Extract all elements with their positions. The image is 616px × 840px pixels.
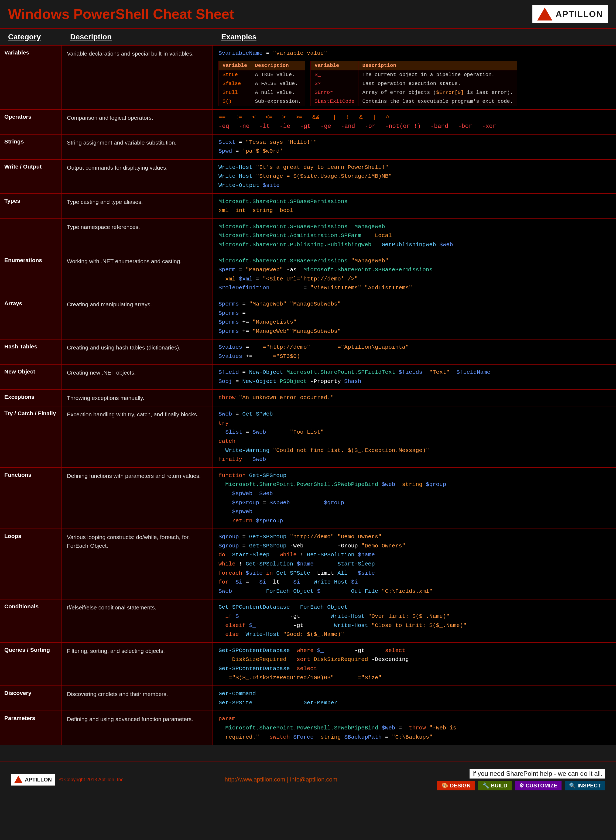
- logo-box: APTILLON: [532, 5, 608, 23]
- spacer: [0, 745, 616, 762]
- desc-params: Defining and using advanced function par…: [62, 711, 213, 745]
- footer-logo-text: APTILLON: [25, 777, 52, 783]
- desc-newobj: Creating new .NET objects.: [62, 365, 213, 389]
- page-title: Windows PowerShell Cheat Sheet: [8, 6, 234, 22]
- cat-variables: Variables: [0, 45, 62, 109]
- footer-copyright: © Copyright 2013 Aptillon, Inc.: [59, 777, 125, 783]
- desc-types2: Type namespace references.: [62, 219, 213, 253]
- col-description: Description: [70, 33, 221, 41]
- cat-enum: Enumerations: [0, 253, 62, 296]
- section-exceptions: Exceptions Throwing exceptions manually.…: [0, 390, 616, 407]
- footer: APTILLON © Copyright 2013 Aptillon, Inc.…: [0, 762, 616, 797]
- desc-loops: Various looping constructs: do/while, fo…: [62, 529, 213, 599]
- examples-variables: $variableName = "variable value" Variabl…: [213, 45, 616, 109]
- desc-getcommand: Discovering cmdlets and their members.: [62, 686, 213, 711]
- footer-center: http://www.aptillon.com | info@aptillon.…: [225, 776, 337, 783]
- examples-strings: $text = "Tessa says 'Hello!'" $pwd = 'pa…: [213, 135, 616, 159]
- section-conditionals: Conditionals If/elseif/else conditional …: [0, 600, 616, 643]
- footer-right: If you need SharePoint help - we can do …: [437, 769, 605, 790]
- examples-types2: Microsoft.SharePoint.SPBasePermissions M…: [213, 219, 616, 253]
- badge-inspect: 🔍 INSPECT: [565, 781, 605, 790]
- section-types1: Types Type casting and type aliases. Mic…: [0, 194, 616, 219]
- inspect-icon: 🔍: [569, 782, 576, 789]
- section-params: Parameters Defining and using advanced f…: [0, 711, 616, 745]
- examples-enum: Microsoft.SharePoint.SPBasePermissions "…: [213, 253, 616, 296]
- customize-icon: ⚙: [519, 782, 524, 789]
- desc-types1: Type casting and type aliases.: [62, 194, 213, 218]
- section-loops: Loops Various looping constructs: do/whi…: [0, 529, 616, 600]
- cat-hashtable: Hash Tables: [0, 340, 62, 364]
- section-types2: Type namespace references. Microsoft.Sha…: [0, 219, 616, 253]
- desc-trycatch: Exception handling with try, catch, and …: [62, 406, 213, 467]
- cat-arrays: Arrays: [0, 296, 62, 339]
- badge-customize-label: CUSTOMIZE: [526, 783, 557, 789]
- footer-tagline: If you need SharePoint help - we can do …: [469, 769, 605, 778]
- examples-operators: == != < <= > >= && || ! & | ^ -eq -ne -l…: [213, 110, 616, 134]
- examples-getcommand: Get-Command Get-SPSite Get-Member: [213, 686, 616, 711]
- footer-logo: APTILLON: [11, 774, 55, 786]
- column-headers: Category Description Examples: [0, 29, 616, 45]
- badge-inspect-label: INSPECT: [578, 783, 601, 789]
- desc-variables: Variable declarations and special built-…: [62, 45, 213, 109]
- examples-functions: function Get-SPGroup Microsoft.SharePoin…: [213, 468, 616, 529]
- cat-functions: Functions: [0, 468, 62, 529]
- var-table-2: VariableDescription $_The current object…: [311, 61, 517, 106]
- cat-exceptions: Exceptions: [0, 390, 62, 406]
- desc-enum: Working with .NET enumerations and casti…: [62, 253, 213, 296]
- cat-queries: Queries / Sorting: [0, 643, 62, 686]
- examples-conditionals: Get-SPContentDatabase ForEach-Object if …: [213, 600, 616, 642]
- section-trycatch: Try / Catch / Finally Exception handling…: [0, 406, 616, 468]
- build-icon: 🔧: [483, 782, 489, 789]
- cat-conditionals: Conditionals: [0, 600, 62, 642]
- examples-trycatch: $web = Get-SPWeb try $list = $web "Foo L…: [213, 406, 616, 467]
- section-hashtable: Hash Tables Creating and using hash tabl…: [0, 340, 616, 365]
- header: Windows PowerShell Cheat Sheet APTILLON: [0, 0, 616, 29]
- section-newobj: New Object Creating new .NET objects. $f…: [0, 365, 616, 390]
- section-queries: Queries / Sorting Filtering, sorting, an…: [0, 643, 616, 686]
- desc-write: Output commands for displaying values.: [62, 160, 213, 194]
- desc-functions: Defining functions with parameters and r…: [62, 468, 213, 529]
- desc-conditionals: If/elseif/else conditional statements.: [62, 600, 213, 642]
- section-arrays: Arrays Creating and manipulating arrays.…: [0, 296, 616, 340]
- examples-arrays: $perms = "ManageWeb" "ManageSubwebs" $pe…: [213, 296, 616, 339]
- section-strings: Strings String assignment and variable s…: [0, 135, 616, 160]
- desc-arrays: Creating and manipulating arrays.: [62, 296, 213, 339]
- cat-newobj: New Object: [0, 365, 62, 389]
- footer-logo-triangle-icon: [14, 776, 23, 783]
- cat-types2: [0, 219, 62, 253]
- desc-queries: Filtering, sorting, and selecting object…: [62, 643, 213, 686]
- footer-badges: 🎨 DESIGN 🔧 BUILD ⚙ CUSTOMIZE 🔍 INSPECT: [437, 781, 605, 790]
- col-category: Category: [8, 33, 70, 41]
- badge-customize: ⚙ CUSTOMIZE: [515, 781, 562, 790]
- badge-design: 🎨 DESIGN: [437, 781, 475, 790]
- footer-links: http://www.aptillon.com | info@aptillon.…: [225, 776, 337, 783]
- cat-strings: Strings: [0, 135, 62, 159]
- cat-operators: Operators: [0, 110, 62, 134]
- examples-loops: $group = Get-SPGroup "http://demo" "Demo…: [213, 529, 616, 599]
- section-enum: Enumerations Working with .NET enumerati…: [0, 253, 616, 296]
- examples-queries: Get-SPContentDatabase where $_ -gt selec…: [213, 643, 616, 686]
- cat-write: Write / Output: [0, 160, 62, 194]
- examples-params: param Microsoft.SharePoint.PowerShell.SP…: [213, 711, 616, 745]
- cat-trycatch: Try / Catch / Finally: [0, 406, 62, 467]
- cat-getcommand: Discovery: [0, 686, 62, 711]
- desc-exceptions: Throwing exceptions manually.: [62, 390, 213, 406]
- examples-hashtable: $values = ="http://demo" ="Aptillon\giap…: [213, 340, 616, 364]
- cat-types1: Types: [0, 194, 62, 218]
- logo-text: APTILLON: [556, 9, 603, 19]
- var-table-1: VariableDescription $trueA TRUE value. $…: [219, 61, 305, 106]
- logo-triangle-icon: [537, 7, 552, 21]
- badge-design-label: DESIGN: [450, 783, 471, 789]
- desc-operators: Comparison and logical operators.: [62, 110, 213, 134]
- badge-build-label: BUILD: [491, 783, 507, 789]
- section-operators: Operators Comparison and logical operato…: [0, 110, 616, 135]
- section-getcommand: Discovery Discovering cmdlets and their …: [0, 686, 616, 711]
- examples-types1: Microsoft.SharePoint.SPBasePermissions x…: [213, 194, 616, 218]
- section-write: Write / Output Output commands for displ…: [0, 160, 616, 194]
- cat-params: Parameters: [0, 711, 62, 745]
- desc-hashtable: Creating and using hash tables (dictiona…: [62, 340, 213, 364]
- design-icon: 🎨: [441, 782, 448, 789]
- footer-left: APTILLON © Copyright 2013 Aptillon, Inc.: [11, 774, 125, 786]
- section-variables: Variables Variable declarations and spec…: [0, 45, 616, 110]
- cat-loops: Loops: [0, 529, 62, 599]
